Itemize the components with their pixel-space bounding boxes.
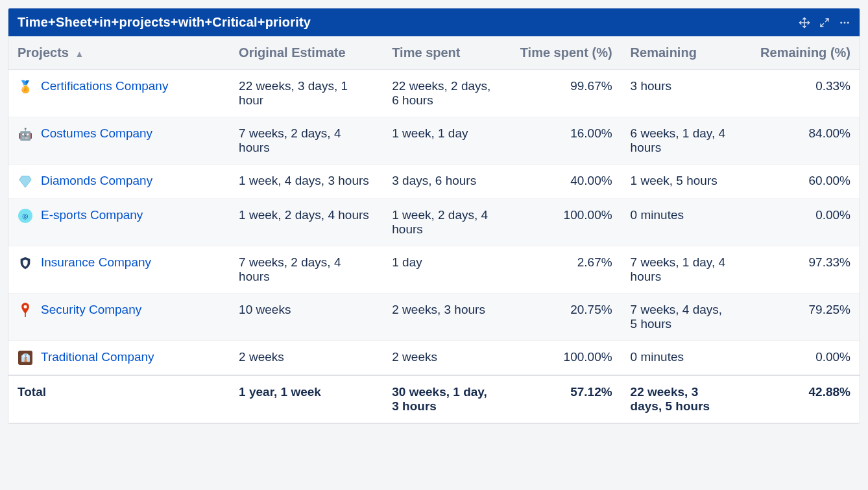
cell-remaining-pct: 84.00% [740,117,860,165]
total-label: Total [8,375,230,423]
cell-time-spent: 2 weeks, 3 hours [383,294,502,341]
table-row: Insurance Company7 weeks, 2 days, 4 hour… [8,246,860,294]
col-header-label: Time spent [392,45,460,60]
cell-original-estimate: 2 weeks [230,341,383,376]
move-icon[interactable] [799,17,810,29]
total-remaining-pct: 42.88% [740,375,860,423]
more-icon[interactable] [839,17,850,29]
cell-remaining-pct: 97.33% [740,246,860,294]
col-header-label: Remaining [631,45,697,60]
col-header-time-spent[interactable]: Time spent [383,36,502,70]
cell-time-spent-pct: 100.00% [502,199,621,246]
cell-time-spent-pct: 40.00% [502,165,621,199]
svg-point-4 [840,21,842,23]
cell-original-estimate: 1 week, 4 days, 3 hours [230,165,383,199]
panel-header: Time+Sheet+in+projects+with+Critical+pri… [8,8,860,36]
col-header-remaining[interactable]: Remaining [621,36,741,70]
cell-time-spent-pct: 16.00% [502,117,621,165]
cell-remaining: 3 hours [621,70,741,117]
col-header-remaining-pct[interactable]: Remaining (%) [740,36,860,70]
col-header-label: Remaining (%) [760,45,850,60]
cell-remaining-pct: 0.00% [740,199,860,246]
cell-original-estimate: 1 week, 2 days, 4 hours [230,199,383,246]
cell-time-spent: 1 day [383,246,502,294]
cell-remaining: 7 weeks, 4 days, 5 hours [621,294,741,341]
col-header-label: Time spent (%) [520,45,612,60]
table-row: ◎E-sports Company1 week, 2 days, 4 hours… [8,199,860,246]
project-link[interactable]: Certifications Company [41,79,168,93]
table-row: 👔Traditional Company2 weeks2 weeks100.00… [8,341,860,376]
cell-remaining: 1 week, 5 hours [621,165,741,199]
col-header-label: Projects [18,45,69,60]
table-row: 🤖Costumes Company7 weeks, 2 days, 4 hour… [8,117,860,165]
cell-time-spent: 1 week, 2 days, 4 hours [383,199,502,246]
expand-icon[interactable] [819,18,830,28]
cell-remaining-pct: 0.33% [740,70,860,117]
cell-remaining-pct: 79.25% [740,294,860,341]
table-row: Diamonds Company1 week, 4 days, 3 hours3… [8,165,860,199]
cell-time-spent: 22 weeks, 2 days, 6 hours [383,70,502,117]
svg-point-8 [24,305,27,309]
project-link[interactable]: Traditional Company [41,350,154,364]
svg-point-5 [844,21,846,23]
timesheet-table: Projects ▲ Original Estimate Time spent … [8,36,860,423]
cell-time-spent-pct: 99.67% [502,70,621,117]
cell-original-estimate: 7 weeks, 2 days, 4 hours [230,117,383,165]
cell-original-estimate: 10 weeks [230,294,383,341]
diamond-icon [18,174,33,189]
cell-time-spent: 2 weeks [383,341,502,376]
cell-remaining: 0 minutes [621,341,741,376]
svg-point-6 [847,21,849,23]
project-link[interactable]: Insurance Company [41,255,151,270]
timesheet-panel: Time+Sheet+in+projects+with+Critical+pri… [8,8,860,424]
cell-original-estimate: 22 weeks, 3 days, 1 hour [230,70,383,117]
shield-icon [18,255,33,271]
table-row: Security Company10 weeks2 weeks, 3 hours… [8,294,860,341]
project-link[interactable]: E-sports Company [41,208,143,222]
project-link[interactable]: Costumes Company [41,126,152,141]
cell-time-spent: 3 days, 6 hours [383,165,502,199]
col-header-time-spent-pct[interactable]: Time spent (%) [502,36,621,70]
project-link[interactable]: Security Company [41,303,141,317]
cell-remaining: 7 weeks, 1 day, 4 hours [621,246,741,294]
medal-icon: 🏅 [18,79,33,95]
cell-time-spent-pct: 100.00% [502,341,621,376]
total-remaining: 22 weeks, 3 days, 5 hours [621,375,741,423]
pin-icon [18,303,33,318]
cell-remaining: 6 weeks, 1 day, 4 hours [621,117,741,165]
svg-rect-9 [25,312,26,317]
project-link[interactable]: Diamonds Company [41,174,152,188]
col-header-projects[interactable]: Projects ▲ [8,36,230,70]
cell-time-spent-pct: 20.75% [502,294,621,341]
table-row-total: Total1 year, 1 week30 weeks, 1 day, 3 ho… [8,375,860,423]
total-time-spent: 30 weeks, 1 day, 3 hours [383,375,502,423]
cell-time-spent-pct: 2.67% [502,246,621,294]
svg-marker-7 [19,176,31,187]
esports-icon: ◎ [18,208,33,224]
suit-icon: 👔 [18,350,33,366]
sort-asc-icon: ▲ [75,49,84,59]
cell-remaining-pct: 0.00% [740,341,860,376]
col-header-label: Original Estimate [239,45,346,60]
svg-line-2 [825,19,828,22]
cell-time-spent: 1 week, 1 day [383,117,502,165]
table-row: 🏅Certifications Company22 weeks, 3 days,… [8,70,860,117]
cell-remaining-pct: 60.00% [740,165,860,199]
panel-title: Time+Sheet+in+projects+with+Critical+pri… [18,15,799,30]
svg-line-3 [821,23,824,27]
cell-original-estimate: 7 weeks, 2 days, 4 hours [230,246,383,294]
col-header-original-estimate[interactable]: Original Estimate [230,36,383,70]
cell-remaining: 0 minutes [621,199,741,246]
robot-icon: 🤖 [18,126,33,142]
total-original-estimate: 1 year, 1 week [230,375,383,423]
total-time-spent-pct: 57.12% [502,375,621,423]
